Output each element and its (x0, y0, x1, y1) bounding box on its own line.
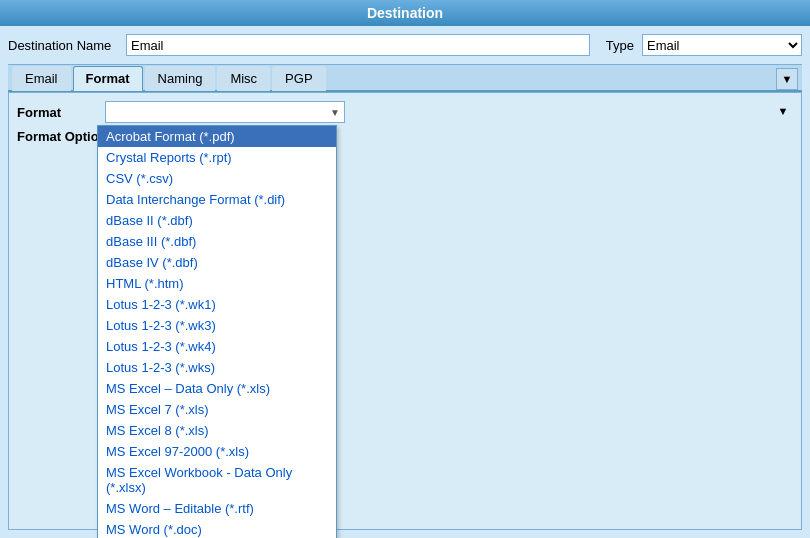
tabs-bar: Email Format Naming Misc PGP ▼ (8, 64, 802, 92)
tab-naming[interactable]: Naming (145, 66, 216, 91)
type-select[interactable]: Email (642, 34, 802, 56)
dropdown-item-rpt[interactable]: Crystal Reports (*.rpt) (98, 147, 336, 168)
dropdown-item-csv[interactable]: CSV (*.csv) (98, 168, 336, 189)
dropdown-item-xls-data[interactable]: MS Excel – Data Only (*.xls) (98, 378, 336, 399)
dropdown-item-wk3[interactable]: Lotus 1-2-3 (*.wk3) (98, 315, 336, 336)
dropdown-item-dbf2[interactable]: dBase II (*.dbf) (98, 210, 336, 231)
tab-pgp[interactable]: PGP (272, 66, 325, 91)
type-label: Type (606, 38, 634, 53)
format-field-label: Format (17, 105, 97, 120)
format-options-dropdown-arrow[interactable]: ▼ (773, 101, 793, 121)
dropdown-item-xlsx[interactable]: MS Excel Workbook - Data Only (*.xlsx) (98, 462, 336, 498)
format-dropdown-arrow: ▼ (330, 107, 340, 118)
dropdown-item-rtf-word[interactable]: MS Word – Editable (*.rtf) (98, 498, 336, 519)
format-dropdown-list: Acrobat Format (*.pdf) Crystal Reports (… (97, 125, 337, 538)
title-bar: Destination (0, 0, 810, 26)
dest-name-row: Destination Name Type Email (8, 34, 802, 56)
dropdown-item-xls7[interactable]: MS Excel 7 (*.xls) (98, 399, 336, 420)
tab-format[interactable]: Format (73, 66, 143, 91)
dropdown-item-pdf[interactable]: Acrobat Format (*.pdf) (98, 126, 336, 147)
format-select-display[interactable]: ▼ (105, 101, 345, 123)
dest-name-input[interactable] (126, 34, 590, 56)
dropdown-item-wk4[interactable]: Lotus 1-2-3 (*.wk4) (98, 336, 336, 357)
dropdown-item-dif[interactable]: Data Interchange Format (*.dif) (98, 189, 336, 210)
format-row: Format ▼ (17, 101, 793, 123)
dropdown-item-wk1[interactable]: Lotus 1-2-3 (*.wk1) (98, 294, 336, 315)
dialog-title: Destination (367, 5, 443, 21)
dropdown-item-xls8[interactable]: MS Excel 8 (*.xls) (98, 420, 336, 441)
dropdown-item-doc[interactable]: MS Word (*.doc) (98, 519, 336, 538)
tab-misc[interactable]: Misc (217, 66, 270, 91)
format-tab-content: Format ▼ Format Options ▼ Acrobat Format… (8, 92, 802, 530)
dropdown-item-xls97[interactable]: MS Excel 97-2000 (*.xls) (98, 441, 336, 462)
dropdown-item-htm[interactable]: HTML (*.htm) (98, 273, 336, 294)
tab-email[interactable]: Email (12, 66, 71, 91)
dialog-body: Destination Name Type Email Email Format… (0, 26, 810, 536)
dropdown-item-dbf4[interactable]: dBase IV (*.dbf) (98, 252, 336, 273)
dropdown-item-wks[interactable]: Lotus 1-2-3 (*.wks) (98, 357, 336, 378)
format-select-wrapper: ▼ (105, 101, 345, 123)
dest-name-label: Destination Name (8, 38, 118, 53)
tabs-dropdown-button[interactable]: ▼ (776, 68, 798, 90)
dropdown-item-dbf3[interactable]: dBase III (*.dbf) (98, 231, 336, 252)
